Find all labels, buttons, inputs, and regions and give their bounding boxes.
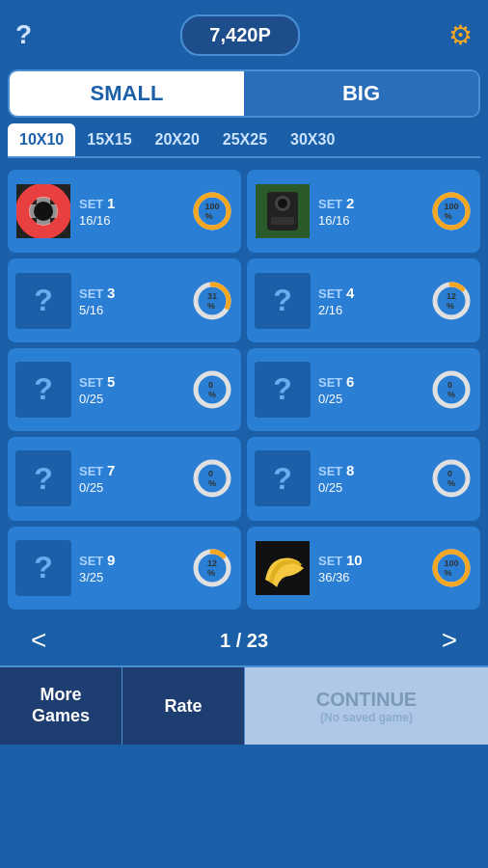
set-circle-7: 0% — [191, 457, 233, 500]
set-progress-9: 3/25 — [79, 570, 191, 584]
set-circle-1: 100% — [191, 190, 233, 232]
set-card-7[interactable]: ?SET 70/25 0% — [8, 437, 241, 520]
svg-point-11 — [34, 202, 53, 221]
svg-point-17 — [278, 199, 287, 208]
set-card-1[interactable]: SET 116/16 100% — [8, 170, 241, 253]
set-thumb-10 — [255, 540, 311, 596]
set-circle-2: 100% — [430, 190, 473, 232]
set-info-4: SET 42/16 — [318, 285, 430, 317]
set-card-2[interactable]: SET 216/16 100% — [247, 170, 480, 253]
set-card-3[interactable]: ?SET 35/16 31% — [8, 258, 241, 341]
help-button[interactable]: ? — [15, 19, 32, 50]
prev-page-button[interactable]: < — [19, 621, 58, 660]
set-label-4: SET 4 — [318, 285, 430, 301]
set-thumb-2 — [255, 183, 311, 239]
set-card-6[interactable]: ?SET 60/25 0% — [247, 348, 480, 431]
set-label-8: SET 8 — [318, 462, 430, 478]
more-games-button[interactable]: More Games — [0, 667, 122, 745]
set-progress-8: 0/25 — [318, 480, 430, 495]
set-circle-9: 12% — [191, 547, 233, 589]
set-label-1: SET 1 — [79, 195, 191, 211]
set-label-6: SET 6 — [318, 373, 430, 390]
grid-tabs: 10X10 15X15 20X20 25X25 30X30 — [8, 123, 480, 158]
set-progress-3: 5/16 — [79, 303, 191, 317]
tab-30x30[interactable]: 30X30 — [279, 123, 346, 156]
set-label-2: SET 2 — [318, 195, 430, 211]
set-progress-6: 0/25 — [318, 392, 430, 406]
set-circle-8: 0% — [430, 457, 473, 500]
small-button[interactable]: SMALL — [10, 71, 244, 116]
set-info-3: SET 35/16 — [79, 285, 191, 317]
set-progress-2: 16/16 — [318, 213, 430, 228]
big-button[interactable]: BIG — [244, 71, 478, 116]
set-thumb-4: ? — [255, 273, 311, 329]
sets-grid: SET 116/16 100% SET 216/16 100% ?SET 35/… — [0, 164, 488, 615]
next-page-button[interactable]: > — [430, 621, 469, 660]
set-card-10[interactable]: SET 1036/36 100% — [247, 527, 480, 610]
set-info-10: SET 1036/36 — [318, 552, 430, 584]
set-circle-4: 12% — [430, 280, 473, 322]
set-progress-5: 0/25 — [79, 392, 191, 406]
set-circle-5: 0% — [191, 368, 233, 411]
set-thumb-1 — [15, 183, 71, 239]
tab-25x25[interactable]: 25X25 — [211, 123, 279, 156]
header: ? 7,420P ⚙ — [0, 0, 488, 69]
set-info-8: SET 80/25 — [318, 462, 430, 495]
tab-10x10[interactable]: 10X10 — [8, 123, 75, 156]
set-progress-7: 0/25 — [79, 480, 191, 495]
set-progress-1: 16/16 — [79, 213, 191, 228]
rate-button[interactable]: Rate — [122, 667, 245, 745]
set-progress-4: 2/16 — [318, 303, 430, 317]
set-circle-3: 31% — [191, 280, 233, 322]
set-info-9: SET 93/25 — [79, 552, 191, 584]
set-thumb-3: ? — [15, 273, 71, 329]
set-card-9[interactable]: ?SET 93/25 12% — [8, 527, 241, 610]
tab-15x15[interactable]: 15X15 — [75, 123, 143, 156]
continue-label: CONTINUE — [316, 689, 417, 711]
set-circle-6: 0% — [430, 368, 473, 411]
set-label-5: SET 5 — [79, 373, 191, 390]
set-thumb-5: ? — [15, 362, 71, 418]
set-info-5: SET 50/25 — [79, 373, 191, 406]
set-thumb-6: ? — [255, 362, 311, 418]
settings-button[interactable]: ⚙ — [448, 19, 473, 51]
size-toggle: SMALL BIG — [8, 69, 480, 118]
set-circle-10: 100% — [430, 547, 473, 589]
set-progress-10: 36/36 — [318, 570, 430, 584]
set-card-5[interactable]: ?SET 50/25 0% — [8, 348, 241, 431]
set-label-3: SET 3 — [79, 285, 191, 301]
page-info: 1 / 23 — [220, 630, 268, 652]
set-thumb-9: ? — [15, 540, 71, 596]
score-badge: 7,420P — [180, 14, 299, 56]
svg-rect-18 — [271, 217, 294, 225]
set-thumb-8: ? — [255, 450, 311, 506]
set-label-9: SET 9 — [79, 552, 191, 568]
continue-sub: (No saved game) — [320, 711, 413, 724]
set-info-6: SET 60/25 — [318, 373, 430, 406]
set-card-8[interactable]: ?SET 80/25 0% — [247, 437, 480, 520]
tab-20x20[interactable]: 20X20 — [144, 123, 211, 156]
set-label-7: SET 7 — [79, 462, 191, 478]
set-thumb-7: ? — [15, 450, 71, 506]
set-info-7: SET 70/25 — [79, 462, 191, 495]
set-info-2: SET 216/16 — [318, 195, 430, 228]
continue-button: CONTINUE (No saved game) — [245, 667, 488, 745]
set-info-1: SET 116/16 — [79, 195, 191, 228]
bottom-bar: More Games Rate CONTINUE (No saved game) — [0, 665, 488, 745]
set-card-4[interactable]: ?SET 42/16 12% — [247, 258, 480, 341]
pagination: < 1 / 23 > — [0, 615, 488, 665]
set-label-10: SET 10 — [318, 552, 430, 568]
